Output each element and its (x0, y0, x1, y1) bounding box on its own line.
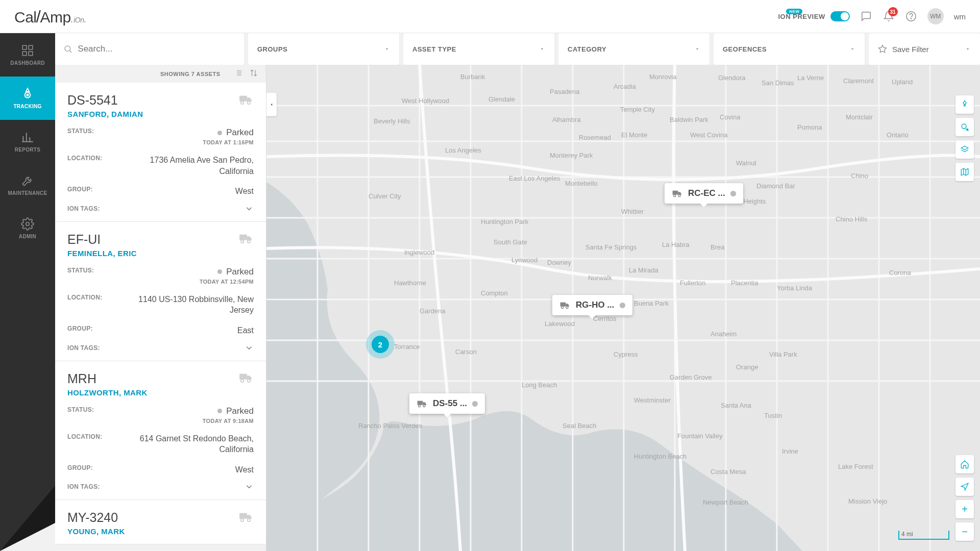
maintenance-icon (21, 174, 34, 187)
nav-maintenance-label: MAINTENANCE (8, 190, 47, 196)
status-time: TODAY AT 12:54PM (200, 279, 254, 285)
status-label: STATUS: (67, 267, 118, 274)
nav-maintenance[interactable]: MAINTENANCE (0, 163, 55, 207)
chevron-down-icon (694, 46, 700, 52)
svg-point-51 (419, 405, 421, 407)
asset-id: MY-3240 (67, 510, 118, 525)
location-value: 1736 Amelia Ave San Pedro, California (118, 155, 254, 177)
ion-preview-toggle-group: NEW ION PREVIEW (756, 11, 849, 21)
location-label: LOCATION: (67, 433, 118, 440)
ion-preview-toggle[interactable] (830, 11, 850, 21)
svg-rect-4 (22, 52, 27, 56)
filter-groups-label: GROUPS (257, 45, 287, 53)
filter-category[interactable]: CATEGORY (558, 33, 709, 65)
chevron-down-icon (965, 46, 971, 52)
status-value: Parked (226, 267, 254, 277)
status-time: TODAY AT 9:18AM (203, 418, 254, 424)
map-zoom-out[interactable]: − (955, 522, 974, 541)
map-cluster[interactable]: 2 (366, 330, 395, 359)
nav-admin[interactable]: ADMIN (0, 207, 55, 250)
nav-dashboard[interactable]: DASHBOARD (0, 33, 55, 77)
group-label: GROUP: (67, 464, 118, 471)
bell-icon[interactable]: 31 (883, 10, 895, 22)
admin-icon (21, 217, 34, 231)
map-marker[interactable]: RG-HO ... (552, 295, 632, 315)
status-value: Parked (226, 406, 254, 416)
ion-tags-row[interactable]: ION TAGS: (67, 343, 254, 353)
status-time: TODAY AT 1:16PM (203, 139, 254, 145)
svg-point-0 (906, 12, 916, 21)
status-dot (217, 409, 222, 413)
map-marker[interactable]: DS-55 ... (409, 393, 485, 414)
asset-person: HOLZWORTH, MARK (67, 388, 254, 397)
list-view-icon[interactable] (234, 69, 242, 79)
nav-dashboard-label: DASHBOARD (10, 60, 45, 66)
search-icon (63, 44, 72, 54)
map-view-controls: + − (955, 455, 974, 541)
status-label: STATUS: (67, 406, 118, 413)
ion-tags-row[interactable]: ION TAGS: (67, 482, 254, 491)
asset-card[interactable]: MRH HOLZWORTH, MARK STATUS: Parked TODAY… (55, 361, 266, 500)
filter-geofences[interactable]: GEOFENCES (714, 33, 865, 65)
collapse-panel-button[interactable] (266, 93, 277, 116)
help-icon[interactable] (905, 10, 917, 22)
asset-card[interactable]: EF-UI FEMINELLA, ERIC STATUS: Parked TOD… (55, 222, 266, 361)
filter-geofences-label: GEOFENCES (723, 45, 767, 53)
map-zoom-in[interactable]: + (955, 500, 974, 518)
map-home-button[interactable] (955, 455, 974, 473)
marker-label: RC-EC ... (688, 188, 725, 198)
asset-card[interactable]: DS-5541 SANFORD, DAMIAN STATUS: Parked T… (55, 83, 266, 222)
sort-icon[interactable] (250, 69, 258, 79)
search-box[interactable] (55, 33, 244, 65)
nav-tracking[interactable]: TRACKING (0, 77, 55, 120)
svg-point-1 (911, 18, 911, 19)
map-locate-button[interactable] (955, 478, 974, 496)
asset-person: YOUNG, MARK (67, 527, 254, 536)
chat-icon[interactable] (860, 10, 872, 22)
search-input[interactable] (78, 44, 236, 54)
save-filter[interactable]: Save Filter (869, 33, 980, 65)
nav-admin-label: ADMIN (19, 234, 36, 239)
nav-tracking-label: TRACKING (13, 104, 41, 109)
filter-groups[interactable]: GROUPS (248, 33, 399, 65)
tracking-icon (21, 87, 34, 101)
marker-status-dot (620, 303, 625, 308)
status-value: Parked (226, 128, 254, 138)
map-scale: 4 mi (898, 531, 949, 540)
group-value: West (118, 186, 254, 197)
asset-count: SHOWING 7 ASSETS (160, 71, 220, 77)
svg-point-50 (566, 307, 568, 309)
map-marker[interactable]: RC-EC ... (665, 183, 743, 204)
asset-person: FEMINELLA, ERIC (67, 249, 254, 258)
filter-category-label: CATEGORY (568, 45, 606, 53)
ion-tags-label: ION TAGS: (67, 344, 100, 352)
asset-card[interactable]: MY-3240 YOUNG, MARK (55, 500, 266, 544)
map-canvas[interactable]: BurbankGlendalePasadenaArcadiaMonroviaGl… (266, 65, 980, 551)
map-pin-tool[interactable] (955, 95, 974, 114)
chevron-down-icon (849, 46, 855, 52)
svg-point-53 (964, 105, 966, 106)
svg-point-19 (241, 240, 244, 243)
filter-bar: GROUPS ASSET TYPE CATEGORY GEOFENCES Sav… (55, 33, 980, 65)
ion-tags-row[interactable]: ION TAGS: (67, 204, 254, 213)
marker-label: RG-HO ... (576, 300, 615, 310)
marker-status-dot (730, 191, 736, 196)
svg-point-21 (241, 380, 244, 383)
ion-tags-label: ION TAGS: (67, 483, 100, 490)
svg-point-47 (674, 195, 676, 197)
truck-icon (238, 233, 254, 246)
notif-count-badge: 31 (888, 7, 898, 16)
svg-point-49 (561, 307, 564, 309)
svg-point-7 (27, 94, 28, 96)
map-pin-add-tool[interactable] (955, 118, 974, 136)
cluster-count: 2 (372, 336, 389, 353)
location-label: LOCATION: (67, 155, 118, 162)
chevron-down-icon (384, 46, 390, 52)
filter-asset-type[interactable]: ASSET TYPE (403, 33, 554, 65)
nav-reports[interactable]: REPORTS (0, 120, 55, 163)
brand-logo: Cal/Amp●iOn● (14, 7, 85, 27)
map-style-tool[interactable] (955, 163, 974, 181)
map-layers-tool[interactable] (955, 140, 974, 159)
location-value: 614 Garnet St Redondo Beach, California (118, 433, 254, 455)
user-avatar[interactable]: WM (927, 8, 944, 24)
